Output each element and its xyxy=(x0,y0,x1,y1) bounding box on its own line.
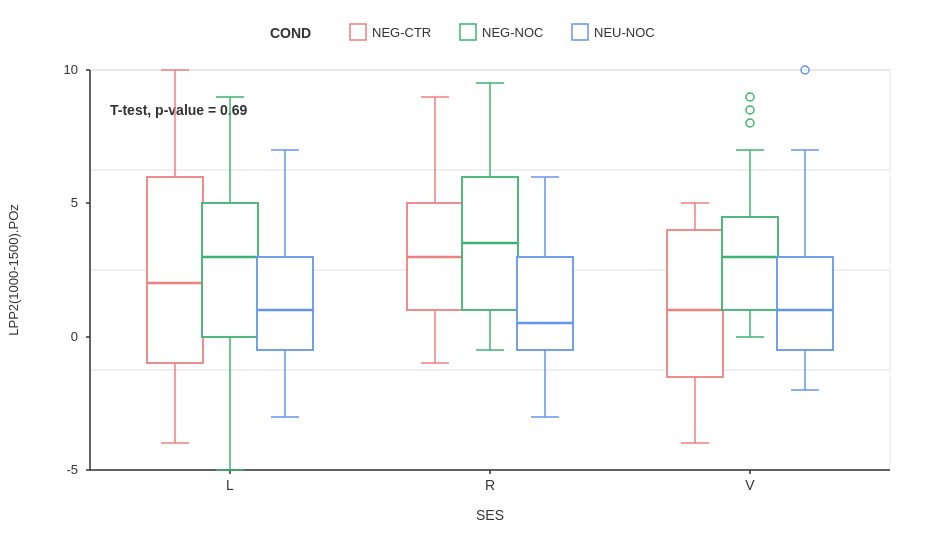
svg-rect-65 xyxy=(722,217,778,310)
svg-text:0: 0 xyxy=(71,329,78,344)
svg-rect-53 xyxy=(517,257,573,350)
legend-neg-noc-label: NEG-NOC xyxy=(482,25,543,40)
x-axis-label: SES xyxy=(476,507,504,523)
legend-neu-noc-label: NEU-NOC xyxy=(594,25,655,40)
legend-title: COND xyxy=(270,25,311,41)
x-tick-L: L xyxy=(226,477,234,493)
legend-neg-noc-icon xyxy=(460,24,476,40)
chart-container: 10 5 0 -5 LPP2(1000-1500).POz L R V SES … xyxy=(0,0,936,535)
svg-rect-59 xyxy=(667,230,723,377)
y-axis-label: LPP2(1000-1500).POz xyxy=(6,204,21,336)
x-tick-R: R xyxy=(485,477,495,493)
svg-text:10: 10 xyxy=(64,62,78,77)
svg-rect-23 xyxy=(147,177,203,363)
svg-text:-5: -5 xyxy=(66,462,78,477)
legend-neu-noc-icon xyxy=(572,24,588,40)
svg-rect-35 xyxy=(257,257,313,350)
svg-text:5: 5 xyxy=(71,195,78,210)
svg-rect-74 xyxy=(777,257,833,350)
annotation: T-test, p-value = 0.69 xyxy=(110,102,248,118)
svg-rect-29 xyxy=(202,203,258,337)
legend-neg-ctr-label: NEG-CTR xyxy=(372,25,431,40)
legend-neg-ctr-icon xyxy=(350,24,366,40)
x-tick-V: V xyxy=(745,477,755,493)
